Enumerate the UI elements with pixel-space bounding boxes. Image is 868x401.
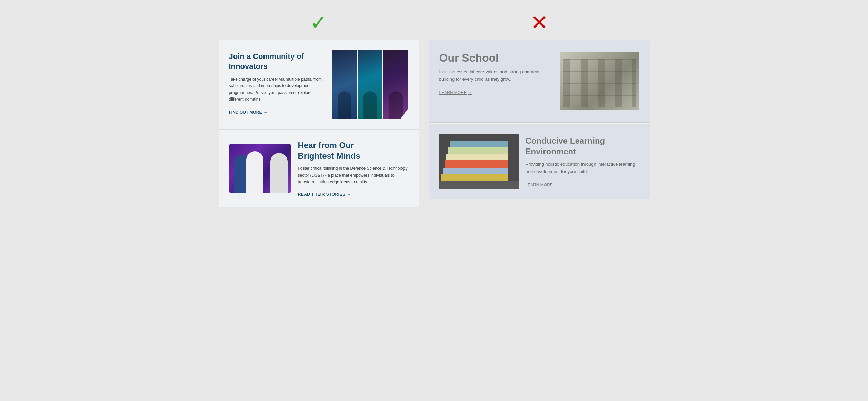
join-title: Join a Community of Innovators	[229, 52, 326, 71]
people-image	[229, 144, 291, 193]
conducive-section: Conducive Learning Environment Providing…	[429, 124, 650, 199]
join-description: Take charge of your career via multiple …	[229, 76, 326, 103]
school-learn-more-link[interactable]: LEARN MORE	[439, 90, 472, 95]
left-card: Join a Community of Innovators Take char…	[219, 40, 419, 207]
find-out-more-link[interactable]: FIND OUT MORE	[229, 110, 268, 115]
read-stories-arrow	[347, 192, 351, 197]
join-section: Join a Community of Innovators Take char…	[219, 40, 419, 130]
right-panel: ✕ Our School Instilling essential core v…	[429, 10, 650, 199]
cross-indicator: ✕	[429, 10, 650, 34]
left-panel: ✓ Join a Community of Innovators Take ch…	[219, 10, 419, 207]
find-out-arrow	[263, 110, 268, 115]
svg-rect-4	[445, 160, 508, 168]
books-image	[439, 134, 519, 189]
our-school-section: Our School Instilling essential core val…	[429, 40, 650, 123]
school-title: Our School	[439, 52, 553, 64]
collage-image-3	[383, 50, 408, 119]
conducive-title: Conducive Learning Environment	[526, 135, 639, 157]
school-learn-more-arrow	[468, 90, 472, 95]
svg-rect-2	[448, 147, 508, 154]
conducive-learn-more-arrow	[554, 183, 558, 187]
hear-text-block: Hear from Our Brightest Minds Foster cri…	[298, 140, 408, 197]
find-out-label: FIND OUT MORE	[229, 110, 262, 115]
conducive-description: Providing holistic education through int…	[526, 161, 639, 175]
check-indicator: ✓	[219, 10, 419, 34]
books-svg	[439, 134, 519, 189]
conducive-learn-more-label: LEARN MORE	[526, 183, 553, 187]
svg-rect-3	[446, 154, 508, 160]
conducive-learn-more-link[interactable]: LEARN MORE	[526, 183, 558, 187]
person-2-figure	[246, 151, 263, 193]
svg-rect-7	[439, 181, 519, 189]
school-description: Instilling essential core values and str…	[439, 69, 553, 83]
read-stories-link[interactable]: READ THEIR STORIES	[298, 192, 351, 197]
school-text-block: Our School Instilling essential core val…	[439, 52, 553, 95]
collage-image-1	[332, 50, 357, 119]
school-learn-more-label: LEARN MORE	[439, 90, 467, 95]
svg-rect-1	[450, 141, 508, 147]
hear-section: Hear from Our Brightest Minds Foster cri…	[219, 130, 419, 207]
right-card: Our School Instilling essential core val…	[429, 40, 650, 199]
classroom-image	[560, 52, 639, 110]
image-collage	[332, 50, 408, 119]
hear-title-line1: Hear from Our	[298, 141, 354, 150]
read-stories-label: READ THEIR STORIES	[298, 192, 346, 197]
svg-rect-5	[443, 168, 508, 174]
hear-description: Foster critical thinking in the Defence …	[298, 165, 408, 185]
join-text-block: Join a Community of Innovators Take char…	[229, 50, 326, 119]
svg-rect-6	[441, 174, 508, 181]
conducive-text-block: Conducive Learning Environment Providing…	[526, 135, 639, 188]
hear-title: Hear from Our Brightest Minds	[298, 140, 408, 161]
hear-title-line2: Brightest Minds	[298, 151, 360, 161]
person-3-figure	[270, 153, 288, 193]
collage-image-2	[358, 50, 382, 119]
